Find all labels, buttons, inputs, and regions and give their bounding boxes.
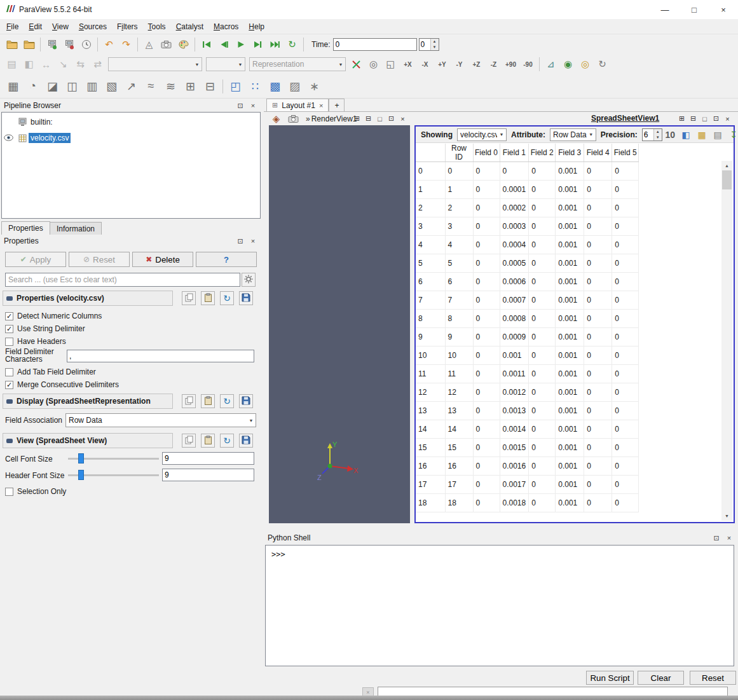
table-row[interactable]: 3300.000300.00100 [416,217,639,236]
table-row[interactable]: 151500.001500.00100 [416,439,639,457]
table-cell[interactable]: 0 [529,476,556,494]
undo-icon[interactable]: ↶ [100,36,118,53]
reset-camera-icon[interactable] [348,56,365,72]
open-file-icon[interactable] [3,36,20,53]
save-data-icon[interactable] [20,36,38,53]
search-options-button[interactable] [242,273,256,287]
connect-server-icon[interactable] [43,36,60,53]
table-cell[interactable]: 0 [584,383,612,402]
toggle-column-visibility-icon[interactable]: ▦ [694,128,710,142]
table-row[interactable]: 161600.001600.00100 [416,457,639,476]
copy-view-button[interactable] [182,434,196,448]
column-header[interactable]: Field 2 [529,144,556,162]
table-cell[interactable]: 0 [529,457,556,476]
apply-button[interactable]: ✔Apply [5,252,66,267]
select-show-only-icon[interactable]: ◧ [678,128,694,142]
table-cell[interactable]: 10 [445,347,473,365]
header-font-size-input[interactable] [162,469,254,481]
view-toolbar-chevron-icon[interactable]: » [306,114,310,123]
table-cell[interactable]: 0 [473,273,500,291]
next-frame-button[interactable] [249,36,266,53]
table-cell[interactable]: 0.001 [556,217,584,236]
table-cell[interactable]: 11 [445,365,473,383]
table-cell[interactable]: 0 [529,291,556,310]
table-cell[interactable]: 0 [473,420,500,439]
table-cell[interactable]: 0 [529,217,556,236]
table-cell[interactable]: 0 [584,365,612,383]
table-cell[interactable]: 0 [473,310,500,328]
reset-center-icon[interactable]: ◎ [577,56,594,72]
toggle-scientific-notation-icon[interactable]: 10 [662,128,678,142]
table-cell[interactable]: 12 [416,383,445,402]
close-panel-button[interactable]: × [248,100,258,111]
section-properties-header[interactable]: Properties (velocity.csv) [3,291,173,306]
restore-display-defaults-button[interactable]: ↻ [220,394,234,408]
vertical-scrollbar[interactable]: ▲ ▼ [721,161,732,521]
table-cell[interactable]: 0.001 [556,420,584,439]
table-cell[interactable]: 0.0006 [500,273,529,291]
table-row[interactable]: 000000.00100 [416,162,639,181]
attribute-combo[interactable]: Row Data▼ [550,128,596,141]
restore-view-defaults-button[interactable]: ↻ [220,434,234,448]
table-cell[interactable]: 0.0014 [500,420,529,439]
python-shell-console[interactable]: >>> [265,545,734,666]
table-cell[interactable]: 0.001 [556,162,584,181]
checkbox-box[interactable]: ✓ [5,325,13,333]
table-cell[interactable]: 0.001 [556,383,584,402]
table-row[interactable]: 131300.001300.00100 [416,402,639,420]
select-points-rectangle-icon[interactable]: ∷ [245,77,265,96]
save-defaults-button[interactable] [239,291,253,305]
calculator-icon[interactable]: ▦ [3,77,23,96]
table-cell[interactable]: 0 [612,291,639,310]
table-cell[interactable]: 0 [612,254,639,273]
table-cell[interactable]: 14 [416,420,445,439]
table-cell[interactable]: 0.0001 [500,181,529,199]
menu-item-sources[interactable]: Sources [74,20,112,34]
close-panel-button[interactable]: × [724,533,734,543]
table-cell[interactable]: 0.001 [556,199,584,217]
zoom-to-box-icon[interactable]: ◱ [382,56,399,72]
table-row[interactable]: 2200.000200.00100 [416,199,639,217]
table-cell[interactable]: 0 [612,420,639,439]
adjust-camera-icon[interactable]: ↻ [594,56,611,72]
time-frame-spinbox[interactable]: ▲▼ [419,38,439,51]
table-cell[interactable]: 16 [416,457,445,476]
field-delimiter-input[interactable] [67,350,254,362]
toggle-interaction-mode-icon[interactable]: ◈ [268,111,285,127]
table-cell[interactable]: 0.0013 [500,402,529,420]
table-cell[interactable]: 5 [445,254,473,273]
table-cell[interactable]: 17 [445,476,473,494]
table-cell[interactable]: 17 [416,476,445,494]
table-cell[interactable]: 0 [473,181,500,199]
save-view-defaults-button[interactable] [239,434,253,448]
export-spreadsheet-icon[interactable]: ↧ [726,128,738,142]
maximize-view-button[interactable]: □ [374,113,385,124]
table-row[interactable]: 141400.001400.00100 [416,420,639,439]
table-cell[interactable]: 0 [473,383,500,402]
table-cell[interactable]: 3 [445,217,473,236]
toggle-cell-connectivity-icon[interactable]: ▤ [710,128,726,142]
hover-cells-icon[interactable]: ▨ [285,77,304,96]
table-cell[interactable]: 0.001 [556,236,584,254]
time-value-input[interactable] [333,38,417,51]
table-cell[interactable]: 0 [584,254,612,273]
table-cell[interactable]: 0.001 [556,365,584,383]
table-cell[interactable]: 15 [416,439,445,457]
table-cell[interactable]: 0 [612,476,639,494]
table-cell[interactable]: 0.001 [556,181,584,199]
rescale-to-data-range-icon[interactable]: ↔ [38,56,55,72]
menu-item-catalyst[interactable]: Catalyst [171,20,208,34]
table-cell[interactable]: 0.001 [556,310,584,328]
table-cell[interactable]: 0 [612,383,639,402]
menu-item-view[interactable]: View [47,20,74,34]
table-row[interactable]: 111100.001100.00100 [416,365,639,383]
search-input[interactable] [5,273,240,287]
rescale-custom-range-icon[interactable]: ↘ [55,56,72,72]
table-cell[interactable]: 0 [584,291,612,310]
table-row[interactable]: 5500.000500.00100 [416,254,639,273]
table-cell[interactable]: 0.0004 [500,236,529,254]
checkbox-box[interactable]: ✓ [5,381,13,389]
spin-down-icon[interactable]: ▼ [431,45,439,50]
menu-item-edit[interactable]: Edit [24,20,47,34]
render-view-viewport[interactable]: Y X Z [269,125,410,523]
